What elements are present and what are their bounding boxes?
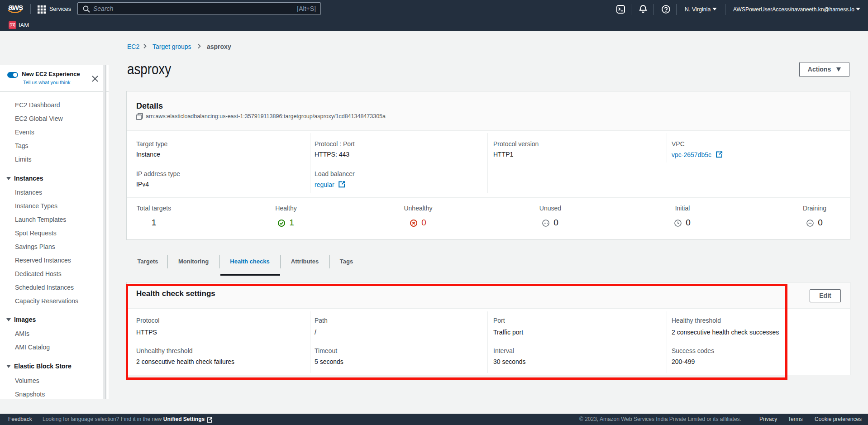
svg-text:asproxy: asproxy	[127, 61, 171, 77]
